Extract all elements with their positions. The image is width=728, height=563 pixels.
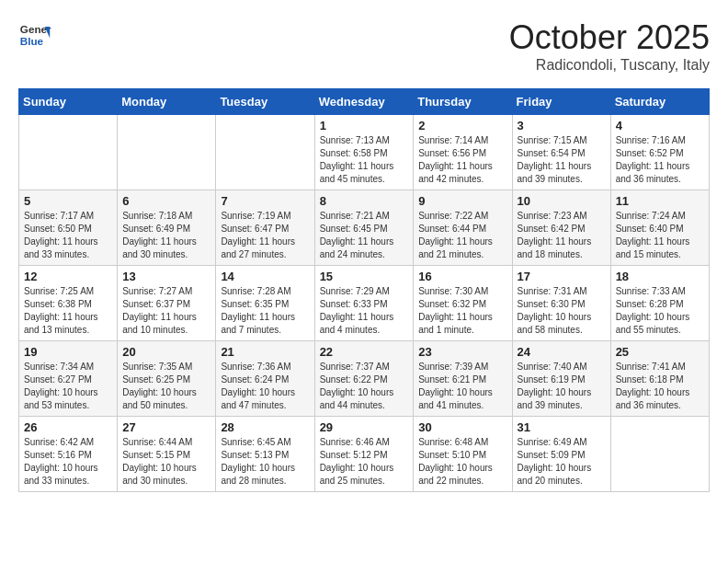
calendar-cell (610, 417, 709, 492)
day-info: Sunrise: 6:42 AMSunset: 5:16 PMDaylight:… (24, 436, 112, 488)
calendar-cell: 6Sunrise: 7:18 AMSunset: 6:49 PMDaylight… (118, 190, 216, 266)
day-info: Sunrise: 7:13 AMSunset: 6:58 PMDaylight:… (320, 134, 409, 186)
calendar-cell: 13Sunrise: 7:27 AMSunset: 6:37 PMDayligh… (118, 266, 216, 341)
calendar-cell: 20Sunrise: 7:35 AMSunset: 6:25 PMDayligh… (118, 341, 216, 417)
page-header: General Blue October 2025 Radicondoli, T… (18, 18, 710, 74)
day-info: Sunrise: 7:24 AMSunset: 6:40 PMDaylight:… (616, 210, 704, 261)
calendar-cell: 15Sunrise: 7:29 AMSunset: 6:33 PMDayligh… (314, 266, 414, 341)
day-info: Sunrise: 6:48 AMSunset: 5:10 PMDaylight:… (418, 436, 506, 488)
logo-icon: General Blue (18, 18, 51, 52)
day-number: 16 (418, 270, 506, 283)
calendar-cell: 30Sunrise: 6:48 AMSunset: 5:10 PMDayligh… (414, 417, 512, 492)
weekday-header-monday: Monday (118, 89, 216, 115)
calendar-cell: 8Sunrise: 7:21 AMSunset: 6:45 PMDaylight… (314, 190, 414, 266)
calendar-cell: 24Sunrise: 7:40 AMSunset: 6:19 PMDayligh… (512, 341, 610, 417)
calendar-cell: 17Sunrise: 7:31 AMSunset: 6:30 PMDayligh… (512, 266, 610, 341)
day-info: Sunrise: 7:22 AMSunset: 6:44 PMDaylight:… (418, 210, 506, 261)
day-info: Sunrise: 7:21 AMSunset: 6:45 PMDaylight:… (320, 210, 409, 261)
day-info: Sunrise: 7:19 AMSunset: 6:47 PMDaylight:… (221, 210, 309, 261)
calendar-week-row: 19Sunrise: 7:34 AMSunset: 6:27 PMDayligh… (19, 341, 710, 417)
calendar-cell (216, 115, 314, 190)
day-info: Sunrise: 7:15 AMSunset: 6:54 PMDaylight:… (518, 134, 606, 186)
calendar-cell: 1Sunrise: 7:13 AMSunset: 6:58 PMDaylight… (314, 115, 414, 190)
day-number: 27 (122, 420, 210, 434)
day-info: Sunrise: 7:18 AMSunset: 6:49 PMDaylight:… (122, 210, 210, 261)
day-info: Sunrise: 7:16 AMSunset: 6:52 PMDaylight:… (616, 134, 704, 186)
calendar-cell: 23Sunrise: 7:39 AMSunset: 6:21 PMDayligh… (414, 341, 512, 417)
weekday-header-sunday: Sunday (19, 89, 118, 115)
weekday-header-wednesday: Wednesday (314, 89, 414, 115)
calendar-cell: 21Sunrise: 7:36 AMSunset: 6:24 PMDayligh… (216, 341, 314, 417)
location-subtitle: Radicondoli, Tuscany, Italy (509, 57, 710, 74)
day-info: Sunrise: 7:31 AMSunset: 6:30 PMDaylight:… (518, 285, 606, 337)
weekday-header-row: SundayMondayTuesdayWednesdayThursdayFrid… (19, 89, 710, 115)
day-number: 11 (616, 194, 704, 208)
day-info: Sunrise: 7:28 AMSunset: 6:35 PMDaylight:… (221, 285, 309, 337)
day-number: 20 (122, 345, 210, 359)
calendar-cell: 9Sunrise: 7:22 AMSunset: 6:44 PMDaylight… (414, 190, 512, 266)
calendar-cell: 16Sunrise: 7:30 AMSunset: 6:32 PMDayligh… (414, 266, 512, 341)
day-number: 25 (616, 345, 704, 359)
day-number: 13 (122, 270, 210, 283)
day-number: 3 (518, 119, 606, 132)
calendar-cell: 11Sunrise: 7:24 AMSunset: 6:40 PMDayligh… (610, 190, 709, 266)
calendar-cell: 27Sunrise: 6:44 AMSunset: 5:15 PMDayligh… (118, 417, 216, 492)
day-number: 2 (418, 119, 506, 132)
calendar-cell (19, 115, 118, 190)
day-number: 7 (221, 194, 309, 208)
day-info: Sunrise: 7:17 AMSunset: 6:50 PMDaylight:… (24, 210, 112, 261)
day-number: 19 (24, 345, 112, 359)
weekday-header-friday: Friday (512, 89, 610, 115)
weekday-header-thursday: Thursday (414, 89, 512, 115)
day-info: Sunrise: 6:46 AMSunset: 5:12 PMDaylight:… (320, 436, 409, 488)
day-info: Sunrise: 7:14 AMSunset: 6:56 PMDaylight:… (418, 134, 506, 186)
day-number: 12 (24, 270, 112, 283)
day-info: Sunrise: 7:35 AMSunset: 6:25 PMDaylight:… (122, 361, 210, 412)
day-number: 22 (320, 345, 409, 359)
title-block: October 2025 Radicondoli, Tuscany, Italy (509, 18, 710, 74)
day-info: Sunrise: 7:36 AMSunset: 6:24 PMDaylight:… (221, 361, 309, 412)
svg-text:Blue: Blue (20, 35, 44, 47)
calendar-cell: 31Sunrise: 6:49 AMSunset: 5:09 PMDayligh… (512, 417, 610, 492)
day-number: 5 (24, 194, 112, 208)
day-number: 6 (122, 194, 210, 208)
calendar-table: SundayMondayTuesdayWednesdayThursdayFrid… (18, 88, 710, 492)
calendar-week-row: 1Sunrise: 7:13 AMSunset: 6:58 PMDaylight… (19, 115, 710, 190)
day-number: 15 (320, 270, 409, 283)
day-number: 18 (616, 270, 704, 283)
day-info: Sunrise: 7:34 AMSunset: 6:27 PMDaylight:… (24, 361, 112, 412)
calendar-cell: 29Sunrise: 6:46 AMSunset: 5:12 PMDayligh… (314, 417, 414, 492)
day-number: 31 (518, 420, 606, 434)
day-info: Sunrise: 7:41 AMSunset: 6:18 PMDaylight:… (616, 361, 704, 412)
calendar-cell (118, 115, 216, 190)
day-info: Sunrise: 6:44 AMSunset: 5:15 PMDaylight:… (122, 436, 210, 488)
day-number: 30 (418, 420, 506, 434)
day-number: 29 (320, 420, 409, 434)
day-number: 9 (418, 194, 506, 208)
calendar-cell: 18Sunrise: 7:33 AMSunset: 6:28 PMDayligh… (610, 266, 709, 341)
day-info: Sunrise: 7:30 AMSunset: 6:32 PMDaylight:… (418, 285, 506, 337)
logo: General Blue (18, 18, 51, 52)
day-info: Sunrise: 7:29 AMSunset: 6:33 PMDaylight:… (320, 285, 409, 337)
calendar-cell: 28Sunrise: 6:45 AMSunset: 5:13 PMDayligh… (216, 417, 314, 492)
day-info: Sunrise: 7:39 AMSunset: 6:21 PMDaylight:… (418, 361, 506, 412)
calendar-cell: 26Sunrise: 6:42 AMSunset: 5:16 PMDayligh… (19, 417, 118, 492)
calendar-cell: 14Sunrise: 7:28 AMSunset: 6:35 PMDayligh… (216, 266, 314, 341)
calendar-cell: 3Sunrise: 7:15 AMSunset: 6:54 PMDaylight… (512, 115, 610, 190)
calendar-week-row: 26Sunrise: 6:42 AMSunset: 5:16 PMDayligh… (19, 417, 710, 492)
day-number: 24 (518, 345, 606, 359)
day-number: 23 (418, 345, 506, 359)
weekday-header-saturday: Saturday (610, 89, 709, 115)
calendar-cell: 5Sunrise: 7:17 AMSunset: 6:50 PMDaylight… (19, 190, 118, 266)
day-number: 21 (221, 345, 309, 359)
day-info: Sunrise: 7:40 AMSunset: 6:19 PMDaylight:… (518, 361, 606, 412)
day-number: 26 (24, 420, 112, 434)
day-info: Sunrise: 6:45 AMSunset: 5:13 PMDaylight:… (221, 436, 309, 488)
day-number: 10 (518, 194, 606, 208)
calendar-cell: 22Sunrise: 7:37 AMSunset: 6:22 PMDayligh… (314, 341, 414, 417)
calendar-week-row: 12Sunrise: 7:25 AMSunset: 6:38 PMDayligh… (19, 266, 710, 341)
calendar-cell: 4Sunrise: 7:16 AMSunset: 6:52 PMDaylight… (610, 115, 709, 190)
day-info: Sunrise: 7:33 AMSunset: 6:28 PMDaylight:… (616, 285, 704, 337)
day-number: 14 (221, 270, 309, 283)
calendar-cell: 10Sunrise: 7:23 AMSunset: 6:42 PMDayligh… (512, 190, 610, 266)
